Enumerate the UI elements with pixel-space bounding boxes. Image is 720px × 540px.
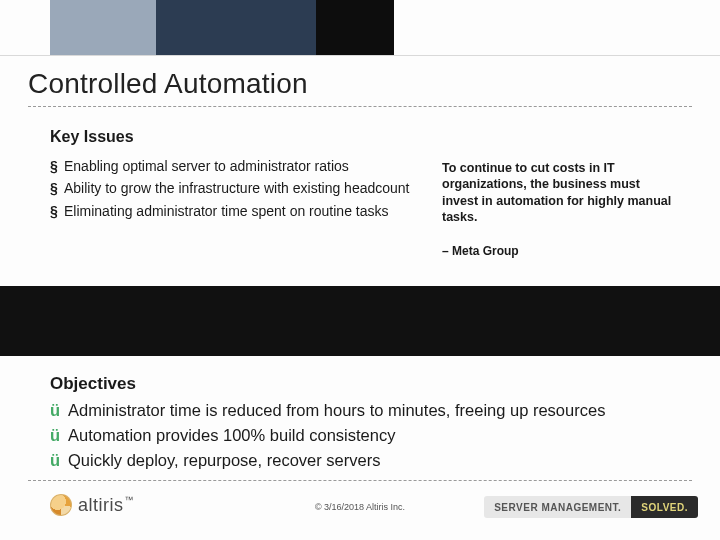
list-item: § Enabling optimal server to administrat…: [50, 156, 410, 176]
pull-quote: To continue to cut costs in IT organizat…: [442, 160, 672, 225]
pill-left-text: SERVER MANAGEMENT.: [484, 496, 631, 518]
tagline-pill: SERVER MANAGEMENT. SOLVED.: [484, 496, 698, 518]
key-issues-heading: Key Issues: [50, 128, 134, 146]
dark-band: [0, 286, 720, 356]
title-dashed-rule: [28, 106, 692, 107]
bullet-icon: §: [50, 156, 64, 176]
check-icon: ü: [50, 398, 68, 423]
list-item-text: Administrator time is reduced from hours…: [68, 398, 680, 423]
slide: Controlled Automation Key Issues § Enabl…: [0, 0, 720, 540]
list-item-text: Automation provides 100% build consisten…: [68, 423, 680, 448]
decor-block-gray: [50, 0, 156, 56]
list-item: § Eliminating administrator time spent o…: [50, 201, 410, 221]
list-item-text: Quickly deploy, repurpose, recover serve…: [68, 448, 680, 473]
list-item: § Ability to grow the infrastructure wit…: [50, 178, 410, 198]
check-icon: ü: [50, 423, 68, 448]
pill-right-text: SOLVED.: [631, 496, 698, 518]
decor-block-navy: [156, 0, 316, 56]
list-item: ü Automation provides 100% build consist…: [50, 423, 680, 448]
footer: altiris™ © 3/16/2018 Altiris Inc. SERVER…: [0, 494, 720, 534]
list-item-text: Eliminating administrator time spent on …: [64, 201, 410, 221]
objectives-list: ü Administrator time is reduced from hou…: [50, 398, 680, 472]
bullet-icon: §: [50, 201, 64, 221]
bullet-icon: §: [50, 178, 64, 198]
list-item: ü Quickly deploy, repurpose, recover ser…: [50, 448, 680, 473]
page-title: Controlled Automation: [28, 68, 308, 100]
list-item-text: Ability to grow the infrastructure with …: [64, 178, 410, 198]
key-issues-list: § Enabling optimal server to administrat…: [50, 156, 410, 223]
objectives-heading: Objectives: [50, 374, 136, 394]
bottom-dashed-rule: [28, 480, 692, 481]
top-color-bar: [0, 0, 720, 56]
check-icon: ü: [50, 448, 68, 473]
decor-block-black: [316, 0, 394, 56]
list-item: ü Administrator time is reduced from hou…: [50, 398, 680, 423]
quote-attribution: – Meta Group: [442, 244, 519, 258]
top-rule: [0, 55, 720, 56]
list-item-text: Enabling optimal server to administrator…: [64, 156, 410, 176]
